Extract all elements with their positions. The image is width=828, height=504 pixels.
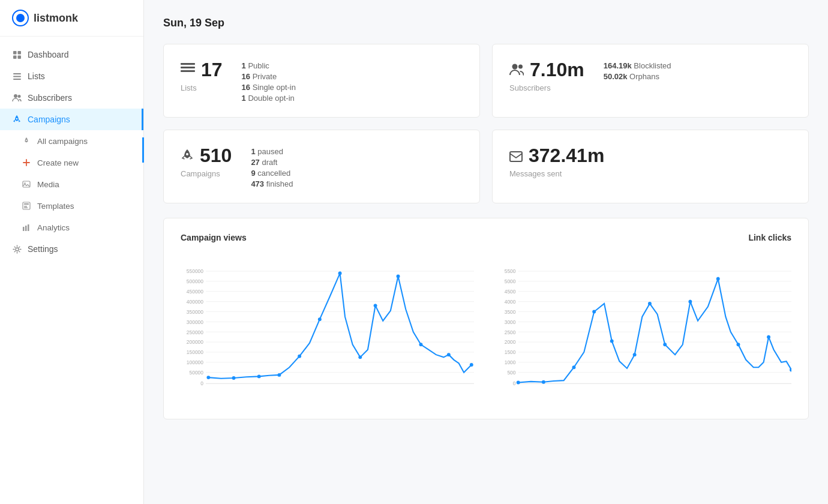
svg-text:250000: 250000 [187,329,203,335]
subscribers-details: 164.19k Blocklisted 50.02k Orphans [604,59,791,81]
subscribers-count: 7.10m [530,59,584,81]
campaigns-details: 1 paused 27 draft 9 cancelled 473 finish… [251,145,463,188]
subscribers-stat-card: 7.10m Subscribers 164.19k Blocklisted 50… [492,44,809,118]
sidebar-item-media[interactable]: Media [0,173,143,195]
views-chart: 550000 500000 450000 400000 350000 30000… [181,254,474,404]
svg-text:1500: 1500 [505,349,516,355]
svg-text:0: 0 [513,380,516,386]
svg-point-1 [16,14,25,22]
svg-rect-18 [24,208,28,209]
svg-text:550000: 550000 [187,268,203,274]
sidebar-item-templates[interactable]: Templates [0,195,143,217]
svg-point-11 [16,118,17,119]
sidebar-item-campaigns[interactable]: Campaigns [0,109,143,130]
sidebar-item-dashboard[interactable]: Dashboard [0,44,143,65]
sidebar-item-all-campaigns-label: All campaigns [37,137,88,146]
svg-point-10 [18,95,21,98]
analytics-icon [22,223,31,232]
list-detail-1: 16 Private [242,72,463,81]
messages-stat-value: 372.41m [509,145,604,167]
svg-text:2000: 2000 [505,339,516,345]
svg-point-62 [374,304,377,307]
campaigns-stat-card: 510 Campaigns 1 paused 27 draft 9 cancel… [163,130,480,203]
subscribers-detail-0: 164.19k Blocklisted [604,61,791,70]
campaigns-detail-3: 473 finished [251,179,463,188]
sidebar-nav: Dashboard Lists Subscribers Campaigns [0,37,143,504]
subscribers-label: Subscribers [509,83,584,92]
svg-point-100 [716,277,720,281]
lists-icon [181,62,195,78]
sidebar-item-templates-label: Templates [37,202,74,211]
messages-label: Messages sent [509,169,604,178]
svg-point-57 [277,373,281,377]
sidebar-item-subscribers[interactable]: Subscribers [0,87,143,109]
lists-stat-card: 17 Lists 1 Public 16 Private 16 Single o… [163,44,480,118]
list-detail-3: 1 Double opt-in [242,94,463,103]
svg-text:100000: 100000 [187,359,203,365]
svg-point-98 [663,343,667,346]
svg-text:50000: 50000 [190,370,204,376]
svg-text:4500: 4500 [505,289,516,295]
svg-rect-4 [13,55,17,59]
stats-grid: 17 Lists 1 Public 16 Private 16 Single o… [163,44,809,203]
svg-point-99 [688,300,692,304]
svg-point-55 [232,376,236,380]
messages-icon [509,145,523,167]
svg-point-64 [419,343,423,346]
svg-point-65 [447,353,451,356]
page-date: Sun, 19 Sep [163,17,809,29]
svg-rect-3 [17,51,21,55]
svg-text:4000: 4000 [505,299,516,305]
sidebar-item-create-new-label: Create new [37,158,79,167]
svg-point-66 [470,363,473,367]
sidebar-item-settings-label: Settings [28,244,58,254]
lists-details: 1 Public 16 Private 16 Single opt-in 1 D… [242,59,463,103]
campaigns-detail-2: 9 cancelled [251,169,463,178]
svg-rect-29 [510,152,522,161]
svg-text:150000: 150000 [187,349,203,355]
svg-point-59 [318,317,322,321]
svg-text:500: 500 [507,370,515,376]
svg-text:3000: 3000 [505,319,516,325]
list-icon [12,71,22,81]
svg-rect-6 [13,73,21,74]
sidebar-item-create-new[interactable]: Create new [0,152,143,173]
campaigns-icon [181,145,194,167]
sidebar-item-settings[interactable]: Settings [0,238,143,260]
svg-rect-23 [181,63,195,65]
svg-text:350000: 350000 [187,309,203,315]
lists-count: 17 [201,59,223,81]
sidebar-item-all-campaigns[interactable]: All campaigns [0,130,143,152]
svg-point-22 [16,248,19,251]
svg-rect-24 [181,67,195,68]
svg-text:2500: 2500 [505,329,516,335]
svg-rect-25 [181,70,195,72]
svg-rect-17 [24,206,27,207]
main-content: Sun, 19 Sep 17 Lists 1 Public 16 Private… [144,0,828,504]
sidebar-item-media-label: Media [37,180,59,189]
svg-point-102 [767,335,770,339]
campaigns-stat-main: 510 Campaigns [181,145,232,178]
subscribers-stat-main: 7.10m Subscribers [509,59,584,92]
svg-point-27 [518,65,523,69]
sidebar-item-analytics[interactable]: Analytics [0,217,143,238]
svg-rect-7 [13,76,21,77]
svg-point-58 [298,355,301,358]
app-logo[interactable]: listmonk [0,0,143,37]
lists-label: Lists [181,83,223,92]
sidebar-item-lists[interactable]: Lists [0,65,143,87]
svg-point-91 [517,381,520,385]
lists-stat-value: 17 [181,59,223,81]
svg-text:400000: 400000 [187,299,203,305]
svg-text:5000: 5000 [505,278,516,284]
messages-count: 372.41m [529,145,604,167]
clicks-chart-svg: 5500 5000 4500 4000 3500 3000 2500 2000 … [498,254,791,404]
grid-icon [12,50,22,59]
lists-stat-main: 17 Lists [181,59,223,92]
plus-icon [22,158,31,167]
subscribers-detail-1: 50.02k Orphans [604,72,791,81]
svg-rect-8 [13,79,21,80]
sidebar-item-subscribers-label: Subscribers [28,93,72,103]
campaigns-stat-value: 510 [181,145,232,167]
logo-icon [12,10,29,26]
